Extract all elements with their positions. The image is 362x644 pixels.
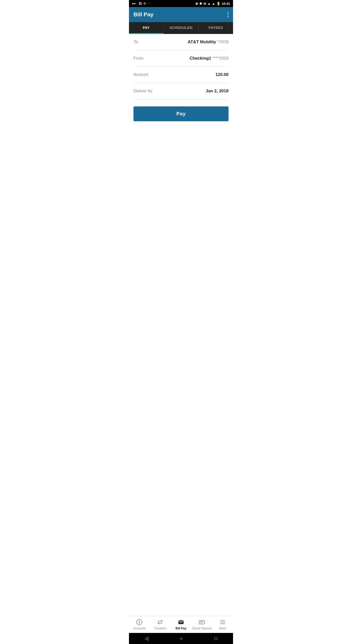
minus-icon: ⊖: [203, 2, 206, 6]
sync-icon: ⊕: [195, 2, 198, 6]
amount-row[interactable]: Amount 120.00: [133, 67, 229, 83]
bill-pay-icon: [177, 619, 185, 626]
signal-bars: ▲: [212, 2, 215, 6]
photo-icon: 🖼: [139, 2, 142, 5]
pay-button-container: Pay: [133, 99, 229, 125]
nav-accounts[interactable]: $ Accounts: [129, 619, 150, 630]
nav-more[interactable]: More: [212, 619, 233, 630]
to-label: To: [133, 39, 138, 45]
check-deposit-icon: [198, 619, 205, 626]
deliver-by-value: Jan 2, 2018: [206, 89, 229, 94]
battery-icon: 🔋: [216, 2, 220, 6]
device-nav-bar: ◁ ○ □: [129, 633, 233, 644]
time: 10:41: [222, 2, 230, 6]
tab-scheduled[interactable]: SCHEDULED: [164, 22, 198, 34]
svg-rect-7: [199, 620, 205, 624]
status-bar: ●●·· 🖼 ⚙ ··· ⊕ ✱ ⊖ ▲ ▲ 🔋 10:41: [129, 0, 233, 7]
main-content: To AT&T Mobility *7878 From Checking1 **…: [129, 34, 233, 616]
deliver-by-row[interactable]: Deliver by Jan 2, 2018: [133, 83, 229, 99]
from-row[interactable]: From Checking1 ****3333: [133, 50, 229, 67]
home-button[interactable]: ○: [180, 636, 183, 641]
status-bar-right: ⊕ ✱ ⊖ ▲ ▲ 🔋 10:41: [195, 2, 230, 6]
wifi-icon: ▲: [207, 2, 211, 6]
dollar-circle-icon: $: [136, 619, 143, 626]
amount-label: Amount: [133, 72, 148, 77]
bottom-nav: $ Accounts Transfers Bill P: [129, 616, 233, 633]
more-dots: ···: [148, 2, 150, 5]
tab-bar: PAY SCHEDULED PAYEES: [129, 22, 233, 34]
svg-text:$: $: [138, 620, 140, 624]
status-bar-left: ●●·· 🖼 ⚙ ···: [132, 2, 150, 5]
transfer-arrows-icon: [157, 619, 164, 626]
from-value: Checking1 ****3333: [190, 56, 229, 61]
app-header: Bill Pay: [129, 7, 233, 22]
deliver-by-label: Deliver by: [133, 89, 153, 94]
header-more-button[interactable]: [228, 12, 229, 17]
signal-indicator: ●●··: [132, 2, 137, 5]
hamburger-icon: [219, 619, 226, 626]
nav-bill-pay[interactable]: Bill Pay: [171, 619, 192, 630]
nav-check-deposit[interactable]: Check Deposit: [191, 619, 212, 630]
amount-value: 120.00: [215, 72, 229, 77]
nav-transfers[interactable]: Transfers: [150, 619, 171, 630]
recents-button[interactable]: □: [214, 636, 217, 641]
tab-pay[interactable]: PAY: [129, 22, 163, 34]
pay-button[interactable]: Pay: [133, 106, 229, 121]
from-label: From: [133, 56, 144, 61]
tab-payees[interactable]: PAYEES: [199, 22, 233, 34]
settings-icon: ⚙: [143, 2, 146, 5]
bluetooth-icon: ✱: [199, 2, 202, 6]
to-row[interactable]: To AT&T Mobility *7878: [133, 34, 229, 50]
to-value: AT&T Mobility *7878: [188, 39, 229, 45]
back-button[interactable]: ◁: [145, 636, 148, 641]
app-title: Bill Pay: [133, 11, 153, 18]
